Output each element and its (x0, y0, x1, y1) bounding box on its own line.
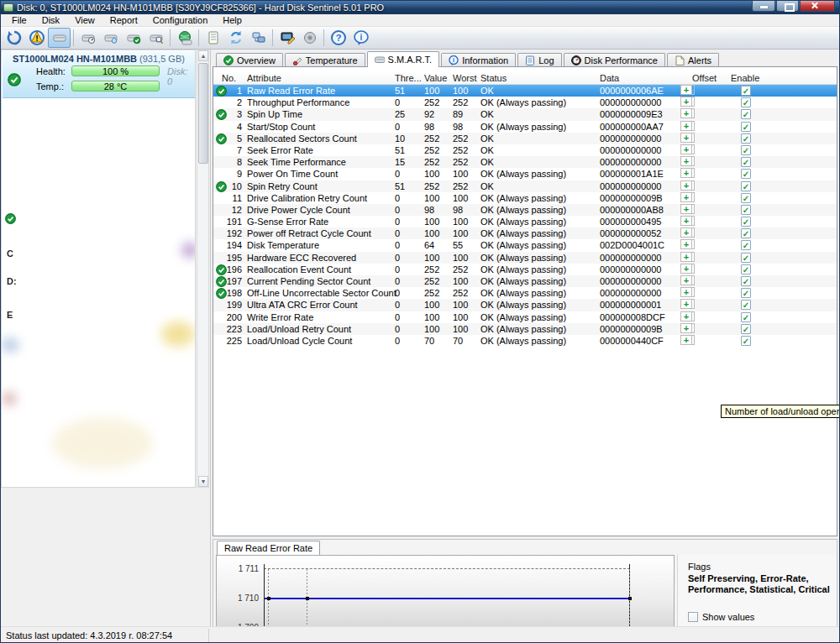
offset-plus-button[interactable]: + (680, 144, 692, 154)
offset-plus-button[interactable]: + (680, 227, 692, 238)
disk-overview-icon[interactable] (48, 28, 71, 48)
disk-search-icon[interactable] (144, 28, 167, 48)
offset-plus-button[interactable]: + (680, 287, 692, 297)
menu-report[interactable]: Report (102, 14, 145, 27)
smart-row-11[interactable]: 11Drive Calibration Retry Count0100100OK… (213, 192, 837, 204)
maximize-button[interactable] (776, 1, 799, 12)
offset-plus-button[interactable]: + (680, 156, 692, 166)
enable-checkbox[interactable]: ✓ (741, 312, 751, 322)
enable-checkbox[interactable]: ✓ (741, 264, 751, 274)
offset-plus-button[interactable]: + (680, 121, 692, 131)
smart-row-5[interactable]: 5Reallocated Sectors Count10252252OK0000… (213, 133, 837, 144)
offset-plus-button[interactable]: + (680, 252, 692, 262)
tab-log[interactable]: Log (517, 53, 561, 67)
sound-icon[interactable] (298, 28, 321, 48)
smart-row-2[interactable]: 2Throughput Performance0252252OK (Always… (213, 97, 837, 108)
enable-checkbox[interactable]: ✓ (741, 169, 751, 179)
info-icon[interactable]: i (349, 28, 372, 48)
disk-ok-test-icon[interactable] (122, 28, 144, 48)
network-icon[interactable] (247, 28, 270, 48)
disk-short-test-icon[interactable] (76, 28, 99, 48)
enable-checkbox[interactable]: ✓ (741, 217, 751, 227)
smart-row-194[interactable]: 194Disk Temperature06455OK (Always passi… (213, 239, 837, 251)
graph-tab[interactable]: Raw Read Error Rate (217, 541, 320, 555)
smart-row-198[interactable]: 198Off-Line Uncorrectable Sector Count02… (213, 287, 837, 299)
offset-plus-button[interactable]: + (680, 323, 692, 333)
smart-row-196[interactable]: 196Reallocation Event Count0252252OK (Al… (213, 264, 837, 275)
enable-checkbox[interactable]: ✓ (741, 181, 751, 191)
enable-checkbox[interactable]: ✓ (741, 253, 751, 263)
offset-plus-button[interactable]: + (680, 275, 692, 285)
disk-card-selected[interactable]: ST1000LM024 HN-M101MBB (931,5 GB) Health… (3, 51, 195, 98)
show-values-checkbox[interactable] (688, 612, 698, 622)
enable-checkbox[interactable]: ✓ (741, 240, 751, 250)
enable-checkbox[interactable]: ✓ (741, 133, 751, 144)
enable-checkbox[interactable]: ✓ (741, 122, 751, 132)
smart-row-10[interactable]: 10Spin Retry Count51252252OK000000000000… (213, 180, 837, 192)
smart-row-9[interactable]: 9Power On Time Count0100100OK (Always pa… (213, 168, 837, 180)
web-disk-icon[interactable] (173, 28, 196, 48)
enable-checkbox[interactable]: ✓ (741, 336, 751, 346)
offset-plus-button[interactable]: + (680, 168, 692, 178)
menu-disk[interactable]: Disk (34, 14, 67, 27)
enable-checkbox[interactable]: ✓ (741, 193, 751, 203)
offset-plus-button[interactable]: + (680, 192, 692, 202)
offset-plus-button[interactable]: + (680, 204, 692, 214)
offset-plus-button[interactable]: + (680, 133, 692, 143)
enable-checkbox[interactable]: ✓ (741, 228, 751, 238)
offset-plus-button[interactable]: + (680, 85, 692, 95)
menu-view[interactable]: View (67, 14, 102, 27)
enable-checkbox[interactable]: ✓ (741, 109, 751, 119)
smart-row-200[interactable]: 200Write Error Rate0100100OK (Always pas… (213, 311, 837, 323)
enable-checkbox[interactable]: ✓ (741, 145, 751, 155)
sync-icon[interactable] (224, 28, 247, 48)
smart-row-192[interactable]: 192Power off Retract Cycle Count0100100O… (213, 227, 837, 239)
enable-checkbox[interactable]: ✓ (741, 157, 751, 167)
error-warning-icon[interactable] (25, 28, 48, 48)
offset-plus-button[interactable]: + (680, 299, 692, 309)
offset-plus-button[interactable]: + (680, 108, 692, 118)
close-button[interactable] (800, 1, 835, 12)
report-icon[interactable] (202, 28, 224, 48)
menu-configuration[interactable]: Configuration (145, 14, 215, 27)
tab-s-m-a-r-t-[interactable]: S.M.A.R.T. (367, 51, 440, 67)
offset-plus-button[interactable]: + (680, 335, 692, 345)
smart-row-199[interactable]: 199Ultra ATA CRC Error Count0100100OK (A… (213, 299, 837, 311)
menu-help[interactable]: Help (215, 14, 249, 27)
smart-row-191[interactable]: 191G-Sense Error Rate0100100OK (Always p… (213, 216, 837, 227)
scrollbar-thumb[interactable] (198, 63, 208, 164)
smart-row-4[interactable]: 4Start/Stop Count09898OK (Always passing… (213, 121, 837, 133)
tab-disk-performance[interactable]: Disk Performance (564, 53, 665, 67)
scroll-up-icon[interactable]: ▲ (198, 50, 208, 61)
tab-overview[interactable]: Overview (216, 53, 283, 67)
enable-checkbox[interactable]: ✓ (741, 86, 751, 96)
enable-checkbox[interactable]: ✓ (741, 97, 751, 107)
offset-plus-button[interactable]: + (680, 264, 692, 274)
offset-plus-button[interactable]: + (680, 180, 692, 191)
smart-row-1[interactable]: 1Raw Read Error Rate51100100OK0000000006… (213, 85, 837, 97)
tab-temperature[interactable]: Temperature (285, 53, 365, 67)
scroll-down-icon[interactable]: ▼ (198, 476, 208, 487)
tab-information[interactable]: iInformation (441, 53, 516, 67)
tab-alerts[interactable]: Alerts (667, 53, 719, 67)
smart-row-225[interactable]: 225Load/Unload Cycle Count07070OK (Alway… (213, 335, 837, 347)
menu-file[interactable]: File (4, 14, 34, 27)
table-header[interactable]: No. Attribute Thre... Value Worst Status… (213, 72, 837, 85)
offset-plus-button[interactable]: + (680, 97, 692, 107)
disk-water-test-icon[interactable] (99, 28, 122, 48)
enable-checkbox[interactable]: ✓ (741, 288, 751, 298)
smart-row-7[interactable]: 7Seek Error Rate51252252OK000000000000−0… (213, 144, 837, 156)
enable-checkbox[interactable]: ✓ (741, 324, 751, 334)
smart-row-195[interactable]: 195Hardware ECC Recovered0100100OK (Alwa… (213, 252, 837, 264)
offset-plus-button[interactable]: + (680, 239, 692, 249)
enable-checkbox[interactable]: ✓ (741, 205, 751, 215)
smart-row-3[interactable]: 3Spin Up Time259289OK0000000009E3−0+✓ (213, 108, 837, 120)
minimize-button[interactable] (752, 1, 775, 12)
enable-checkbox[interactable]: ✓ (741, 276, 751, 286)
disk-list[interactable]: ST1000LM024 HN-M101MBB (931,5 GB) Health… (1, 50, 196, 488)
settings-icon[interactable] (276, 28, 298, 48)
offset-plus-button[interactable]: + (680, 216, 692, 226)
refresh-icon[interactable] (3, 28, 25, 48)
smart-row-197[interactable]: 197Current Pending Sector Count0252100OK… (213, 275, 837, 287)
smart-row-8[interactable]: 8Seek Time Performance15252252OK00000000… (213, 156, 837, 168)
